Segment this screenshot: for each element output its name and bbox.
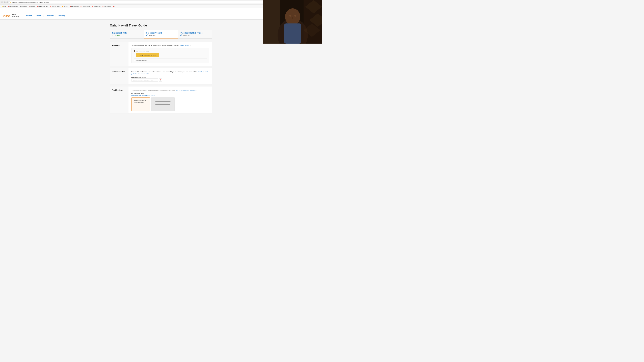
bookmark-patrick[interactable]: 📌 Patrick Kenney	[102, 6, 112, 7]
own-isbn-radio[interactable]	[134, 59, 135, 61]
tab-details-status: ✓ Complete	[112, 34, 142, 36]
nav-marketing[interactable]: Marketing	[57, 14, 66, 17]
refresh-button[interactable]: ↻	[6, 1, 8, 3]
bookmark-google-ads-label: Google Ads	[22, 6, 27, 7]
check-icon: ✓	[112, 34, 114, 36]
bookmark-sales-accel[interactable]: 📌 Sales Team Accel.	[7, 6, 19, 7]
optional-text: (Optional)	[142, 77, 146, 78]
url-text: kdp.amazon.com/en_US/title-setup/paperba…	[12, 2, 49, 3]
webcam-overlay	[263, 0, 322, 43]
svg-rect-4	[284, 23, 301, 43]
kdp-logo: kindle direct publishing	[3, 14, 18, 18]
bookmark-closer-secrets[interactable]: 📌 CloserSecrets	[91, 6, 101, 7]
nav-sep-2: |	[44, 15, 44, 17]
nav-sep-3: |	[56, 15, 56, 17]
nav-sep-1: |	[34, 15, 34, 17]
tab-details-title: Paperback Details	[112, 32, 142, 34]
isbn-content: To comply with industry standards, all p…	[128, 42, 212, 66]
tab-rights-label: Paperback Rights & Pricing	[180, 32, 202, 34]
free-isbn-label: Get a free KDP ISBN	[136, 50, 149, 52]
date-input-wrapper: 📅	[132, 78, 209, 81]
assign-isbn-button[interactable]: Assign me a free KDP ISBN	[136, 53, 159, 57]
bookmark-icon-9: 📌	[92, 6, 93, 7]
logo-kindle-text: kindle	[3, 14, 10, 17]
bookmark-drive-label: Drive	[3, 6, 6, 7]
pubdate-label-col: Publication Date	[110, 68, 128, 84]
bookmark-ads-tracking[interactable]: 📌 2022 ads tracking	[50, 6, 61, 7]
logo-divider	[11, 14, 11, 18]
bookmark-google-ads[interactable]: 🅰 Google Ads	[19, 6, 28, 7]
webcam-person	[263, 0, 322, 43]
nav-reports[interactable]: Reports	[35, 14, 43, 17]
ink-paper-bw-cream-text: Black & white interior with cream paper	[134, 99, 146, 103]
ink-paper-card-bw-cream[interactable]: Black & white interior with cream paper	[132, 97, 150, 111]
pubdate-content: Enter the date on which your book was fi…	[128, 68, 212, 84]
person-silhouette-svg	[263, 0, 322, 43]
print-options-label-col: Print Options	[110, 86, 128, 113]
main-navigation: Bookshelf | Reports | Community | Market…	[24, 14, 66, 17]
bookmark-sales-accel-label: Sales Team Accel.	[9, 6, 18, 7]
preview-content	[154, 100, 172, 108]
bookmark-icon-11: 📌	[113, 6, 114, 7]
svg-point-3	[285, 8, 300, 25]
printing-cost-link[interactable]: How will printing cost be calculated?	[176, 89, 196, 91]
isbn-description: To comply with industry standards, all p…	[132, 44, 209, 46]
logo-publishing: publishing	[12, 16, 19, 17]
what-is-isbn-link[interactable]: What is an ISBN?	[180, 45, 190, 46]
bookmark-copy-accel[interactable]: 📌 Copy Accelerator	[80, 6, 91, 7]
free-isbn-radio[interactable]	[134, 50, 135, 52]
publication-date-input[interactable]	[132, 78, 158, 81]
bookmark-calendar[interactable]: 📅 Calendar	[28, 6, 36, 7]
svg-rect-1	[263, 0, 280, 43]
tab-rights-title: Paperback Rights & Pricing	[180, 32, 210, 34]
bookmark-payment[interactable]: 📌 Payment sheet	[69, 6, 79, 7]
ink-paper-preview	[151, 97, 175, 111]
tab-rights-status: i Not Started...	[180, 34, 210, 36]
bookmark-icon-4: 📌	[36, 6, 38, 7]
tab-paperback-rights[interactable]: Paperback Rights & Pricing i Not Started…	[178, 30, 212, 38]
tab-navigation: Paperback Details ✓ Complete Paperback C…	[110, 30, 212, 38]
drive-icon: 📁	[2, 6, 3, 7]
bookmark-patrick-label: Patrick Kenney	[104, 6, 111, 7]
ink-paper-support-link[interactable]: What ink and paper types does KDP suppor…	[132, 95, 209, 96]
nav-bookshelf[interactable]: Bookshelf	[24, 14, 33, 17]
nav-community[interactable]: Community	[44, 14, 55, 17]
bookmark-calendar-label: Calendar	[30, 6, 35, 7]
bookmark-ads-tracking-label: 2022 ads tracking	[52, 6, 60, 7]
ink-paper-label: Ink and Paper Type	[132, 93, 209, 94]
logo-dp-text: direct publishing	[12, 14, 19, 17]
bookmark-hubspot[interactable]: 🔶 HubSpot	[62, 6, 68, 7]
bookmark-hubspot-label: HubSpot	[64, 6, 68, 7]
hubspot-icon: 🔶	[62, 6, 64, 7]
lock-icon: 🔒	[10, 2, 12, 3]
tab-content-status-text: In Progress...	[148, 35, 157, 36]
own-isbn-option[interactable]: Use my own ISBN	[134, 59, 206, 61]
tab-content-title: Paperback Content	[146, 32, 176, 34]
back-button[interactable]: ←	[1, 1, 3, 3]
google-ads-icon: 🅰	[20, 6, 21, 7]
bookmark-payment-label: Payment sheet	[72, 6, 79, 7]
svg-point-7	[292, 17, 293, 19]
tab-paperback-content[interactable]: Paperback Content i In Progress...	[144, 30, 178, 38]
book-title: Oahu Hawaii Travel Guide	[110, 24, 212, 27]
calendar-button[interactable]: 📅	[159, 78, 162, 81]
bookmark-sales-tra[interactable]: 📌 SALES TEAM TRA...	[36, 6, 49, 7]
bookmark-icon-5: 📌	[50, 6, 52, 7]
print-options-content: The default options selected below are b…	[128, 86, 212, 113]
preview-line-5	[156, 104, 170, 105]
isbn-label-col: Print ISBN	[110, 42, 128, 66]
bookmark-drive[interactable]: 📁 Drive	[1, 6, 6, 7]
tab-paperback-details[interactable]: Paperback Details ✓ Complete	[110, 30, 144, 38]
svg-point-5	[289, 15, 291, 16]
bookmark-b[interactable]: 📌 B...	[112, 6, 117, 7]
preview-line-8	[156, 107, 168, 107]
preview-line-2	[156, 102, 169, 102]
forward-button[interactable]: →	[4, 1, 6, 3]
preview-line-3	[156, 103, 170, 103]
logo-direct: direct	[12, 14, 19, 16]
tab-content-label: Paperback Content	[146, 32, 162, 34]
preview-line-6	[156, 105, 167, 105]
free-isbn-option[interactable]: Get a free KDP ISBN	[134, 50, 206, 52]
bookmark-copy-accel-label: Copy Accelerator	[82, 6, 90, 7]
tab-rights-status-text: Not Started...	[183, 35, 190, 36]
